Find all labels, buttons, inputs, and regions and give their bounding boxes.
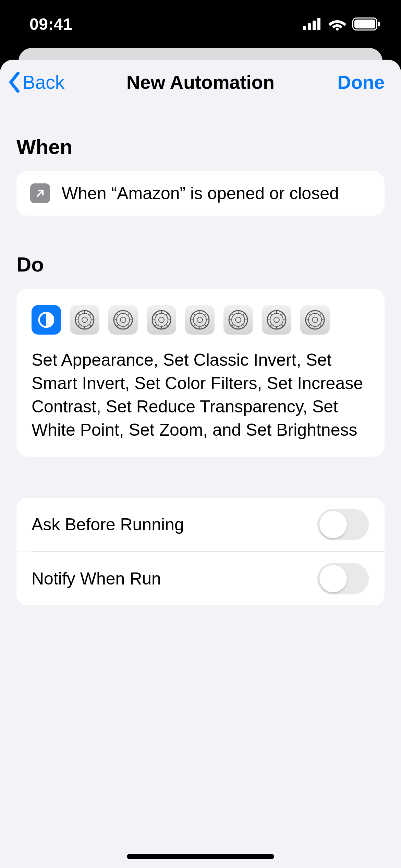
- svg-line-29: [128, 313, 130, 315]
- svg-line-60: [232, 313, 233, 315]
- modal-sheet: Back New Automation Done When When “Amaz…: [0, 60, 401, 868]
- svg-point-21: [117, 313, 130, 326]
- status-indicators: [303, 17, 380, 31]
- svg-line-51: [205, 313, 206, 315]
- svg-line-38: [155, 313, 157, 315]
- svg-line-27: [117, 313, 118, 315]
- svg-line-39: [166, 325, 168, 326]
- status-bar: 09:41: [0, 0, 401, 48]
- action-icon-row: [32, 305, 369, 335]
- svg-point-33: [159, 317, 164, 323]
- svg-line-17: [89, 325, 91, 326]
- home-indicator[interactable]: [127, 854, 274, 859]
- svg-rect-3: [317, 18, 320, 30]
- settings-action-icon: [223, 305, 253, 335]
- ask-before-running-row: Ask Before Running: [16, 498, 385, 551]
- settings-action-icon: [70, 305, 99, 335]
- svg-line-50: [205, 325, 206, 326]
- cellular-icon: [303, 18, 322, 30]
- svg-point-76: [308, 313, 321, 326]
- svg-line-85: [308, 325, 310, 326]
- svg-point-43: [193, 313, 206, 326]
- svg-point-22: [120, 317, 126, 323]
- svg-point-10: [78, 313, 91, 326]
- svg-rect-0: [303, 26, 306, 30]
- svg-line-30: [117, 325, 118, 326]
- notify-when-run-row: Notify When Run: [16, 552, 385, 605]
- svg-line-49: [193, 313, 195, 315]
- svg-line-71: [270, 313, 272, 315]
- when-card[interactable]: When “Amazon” is opened or closed: [16, 171, 385, 216]
- svg-point-11: [82, 317, 87, 323]
- settings-action-icon: [108, 305, 138, 335]
- ask-before-running-label: Ask Before Running: [32, 515, 184, 534]
- ask-before-running-toggle[interactable]: [317, 509, 369, 540]
- when-description: When “Amazon” is opened or closed: [62, 183, 339, 203]
- svg-line-72: [281, 325, 283, 326]
- settings-action-icon: [185, 305, 215, 335]
- app-trigger-icon: [30, 183, 50, 203]
- svg-line-82: [308, 313, 310, 315]
- svg-line-84: [320, 313, 321, 315]
- svg-line-41: [155, 325, 157, 326]
- svg-line-40: [166, 313, 168, 315]
- wifi-icon: [328, 17, 346, 31]
- appearance-action-icon: [32, 305, 61, 335]
- svg-rect-1: [308, 23, 311, 30]
- svg-point-54: [232, 313, 245, 326]
- battery-icon: [352, 17, 380, 31]
- toggle-knob: [319, 565, 347, 592]
- arrow-up-right-icon: [35, 188, 46, 199]
- svg-point-77: [312, 317, 318, 323]
- navigation-bar: Back New Automation Done: [0, 60, 401, 93]
- svg-line-18: [89, 313, 91, 315]
- when-section-header: When: [0, 135, 401, 159]
- settings-action-icon: [147, 305, 176, 335]
- notify-when-run-label: Notify When Run: [32, 569, 161, 589]
- svg-rect-7: [378, 22, 380, 26]
- svg-line-52: [193, 325, 195, 326]
- chevron-left-icon: [8, 72, 21, 93]
- do-summary: Set Appearance, Set Classic Invert, Set …: [32, 348, 369, 442]
- status-time: 09:41: [29, 15, 72, 34]
- svg-line-83: [320, 325, 321, 326]
- svg-rect-2: [313, 21, 316, 30]
- toggle-knob: [319, 511, 347, 538]
- back-button[interactable]: Back: [8, 71, 64, 93]
- svg-point-44: [197, 317, 203, 323]
- settings-action-icon: [262, 305, 291, 335]
- done-button[interactable]: Done: [338, 71, 385, 93]
- notify-when-run-toggle[interactable]: [317, 563, 369, 594]
- svg-point-55: [235, 317, 241, 323]
- do-section-header: Do: [0, 253, 401, 276]
- settings-action-icon: [300, 305, 330, 335]
- svg-line-28: [128, 325, 130, 326]
- svg-rect-6: [354, 20, 375, 28]
- do-card[interactable]: Set Appearance, Set Classic Invert, Set …: [16, 289, 385, 457]
- svg-line-19: [78, 325, 80, 326]
- svg-point-65: [270, 313, 283, 326]
- svg-line-62: [243, 313, 245, 315]
- svg-point-4: [336, 28, 339, 31]
- svg-point-66: [274, 317, 279, 323]
- svg-line-16: [78, 313, 80, 315]
- svg-line-61: [243, 325, 245, 326]
- back-label: Back: [23, 71, 64, 93]
- svg-line-73: [281, 313, 283, 315]
- options-card: Ask Before Running Notify When Run: [16, 498, 385, 605]
- svg-point-32: [155, 313, 168, 326]
- svg-line-74: [270, 325, 272, 326]
- svg-line-63: [232, 325, 233, 326]
